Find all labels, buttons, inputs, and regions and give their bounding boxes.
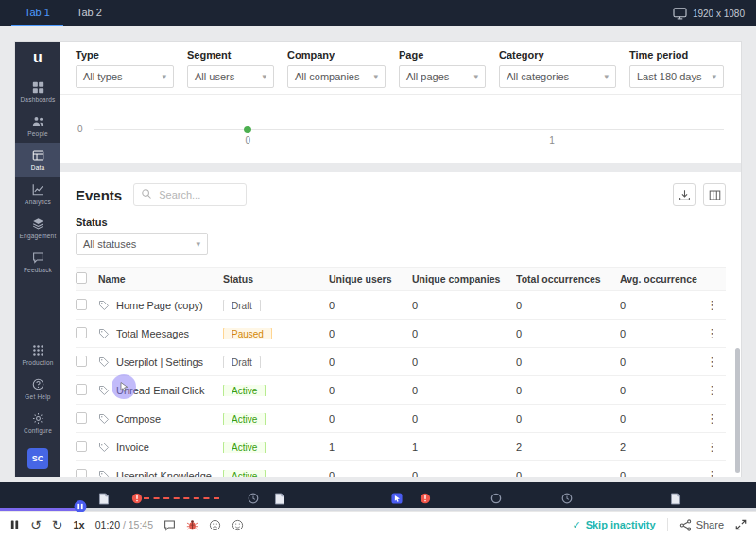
playback-timeline[interactable] xyxy=(0,482,756,511)
filter-select[interactable]: All pages ▾ xyxy=(399,65,486,88)
filter-select-value: All companies xyxy=(295,71,359,82)
total-occurrences-value: 2 xyxy=(516,442,620,453)
playback-speed-button[interactable]: 1x xyxy=(73,519,84,530)
chevron-down-icon: ▾ xyxy=(604,72,609,81)
select-all-checkbox[interactable] xyxy=(76,272,87,284)
filter-select[interactable]: All categories ▾ xyxy=(499,65,616,88)
occurrence-slider[interactable]: 0 1 xyxy=(94,129,724,130)
status-select-value: All statuses xyxy=(83,238,136,250)
unique-companies-value: 0 xyxy=(412,356,516,368)
avg-occurrence-value: 0 xyxy=(620,356,701,368)
event-row[interactable]: Userpilot Knowledge ... Active 0 0 0 0 ⋮ xyxy=(76,461,726,477)
row-checkbox[interactable] xyxy=(76,299,87,310)
sidebar-nav-item[interactable]: Get Help xyxy=(15,372,60,406)
sidebar-nav-item[interactable]: Data xyxy=(15,143,60,177)
timeline-marker-page[interactable] xyxy=(671,493,681,505)
timeline-marker-page[interactable] xyxy=(275,493,285,505)
event-name: Invoice xyxy=(116,442,149,453)
player-tab[interactable]: Tab 2 xyxy=(63,0,115,26)
comment-button[interactable] xyxy=(163,519,176,531)
timeline-marker-error[interactable] xyxy=(420,493,431,504)
sidebar-item-label: People xyxy=(27,130,47,137)
timeline-marker-clock[interactable] xyxy=(561,493,573,504)
row-checkbox[interactable] xyxy=(76,412,87,424)
filter-select-value: All pages xyxy=(406,71,449,82)
timeline-marker-action[interactable] xyxy=(391,493,403,504)
forward-button[interactable]: ↻ xyxy=(52,518,63,531)
search-input[interactable] xyxy=(157,188,232,201)
pause-button[interactable] xyxy=(9,519,20,530)
status-select[interactable]: All statuses ▾ xyxy=(76,233,208,255)
unique-companies-value: 1 xyxy=(412,442,516,453)
timeline-track[interactable] xyxy=(0,508,756,511)
sidebar-nav-item[interactable]: People xyxy=(15,109,60,143)
chevron-down-icon: ▾ xyxy=(196,239,200,249)
filter-select[interactable]: All users ▾ xyxy=(187,65,274,88)
sidebar-item-icon xyxy=(32,149,44,162)
event-row[interactable]: Total Meesages Paused 0 0 0 0 ⋮ xyxy=(76,320,726,348)
timeline-marker-page[interactable] xyxy=(99,493,110,505)
event-row[interactable]: Home Page (copy) Draft 0 0 0 0 ⋮ xyxy=(76,291,726,320)
monitor-icon xyxy=(673,8,687,20)
row-menu-button[interactable]: ⋮ xyxy=(698,468,726,477)
row-menu-button[interactable]: ⋮ xyxy=(698,440,726,454)
sidebar-nav-item[interactable]: Dashboards xyxy=(15,75,60,109)
rewind-button[interactable]: ↺ xyxy=(30,518,42,531)
total-occurrences-value: 0 xyxy=(516,356,620,368)
row-checkbox[interactable] xyxy=(76,327,87,338)
event-row[interactable]: Unread Email Click Active 0 0 0 0 ⋮ xyxy=(76,376,726,405)
fullscreen-button[interactable] xyxy=(735,519,747,530)
row-menu-button[interactable]: ⋮ xyxy=(698,355,726,369)
filter-select[interactable]: Last 180 days ▾ xyxy=(629,65,724,88)
sidebar-nav-item[interactable]: Feedback xyxy=(15,245,60,279)
avg-occurrence-value: 0 xyxy=(620,470,701,477)
filter-group: Type All types ▾ xyxy=(76,49,174,88)
smile-reaction-button[interactable] xyxy=(232,519,244,531)
app-scrollbar[interactable] xyxy=(735,348,740,473)
sidebar-nav-item[interactable]: Analytics xyxy=(15,177,60,211)
col-header-total-occurrences: Total occurrences xyxy=(516,273,620,285)
sidebar-nav-item[interactable]: Configure xyxy=(15,406,60,440)
timeline-marker-circle[interactable] xyxy=(490,493,502,504)
event-tag-icon xyxy=(98,385,110,396)
event-row[interactable]: Compose Active 0 0 0 0 ⋮ xyxy=(76,405,726,433)
filter-select[interactable]: All companies ▾ xyxy=(287,65,386,88)
sidebar-nav-item[interactable]: Production xyxy=(15,338,60,372)
row-menu-button[interactable]: ⋮ xyxy=(698,383,726,397)
columns-button[interactable] xyxy=(703,183,726,206)
search-box[interactable] xyxy=(133,183,247,206)
event-row[interactable]: Userpilot | Settings Draft 0 0 0 0 ⋮ xyxy=(76,348,726,376)
row-menu-button[interactable]: ⋮ xyxy=(698,298,726,312)
status-badge: Active xyxy=(223,413,266,425)
status-filter-label: Status xyxy=(76,217,726,228)
timeline-marker-clock[interactable] xyxy=(248,493,259,504)
table-header-row: Name Status Unique users Unique companie… xyxy=(76,267,726,291)
status-badge: Active xyxy=(223,442,266,453)
row-menu-button[interactable]: ⋮ xyxy=(698,411,726,425)
row-checkbox[interactable] xyxy=(76,441,87,452)
player-tab-bar: Tab 1 Tab 2 1920 x 1080 xyxy=(0,0,756,26)
event-row[interactable]: Invoice Active 1 1 2 2 ⋮ xyxy=(76,433,726,461)
playhead[interactable] xyxy=(74,500,86,512)
unique-users-value: 0 xyxy=(329,470,412,477)
share-button[interactable]: Share xyxy=(679,519,724,531)
sidebar-nav-item[interactable]: Engagement xyxy=(15,211,60,245)
total-occurrences-value: 0 xyxy=(516,328,620,339)
filter-select[interactable]: All types ▾ xyxy=(76,65,174,88)
skip-inactivity-toggle[interactable]: ✓ Skip inactivity xyxy=(572,519,655,530)
row-checkbox[interactable] xyxy=(76,384,87,395)
share-icon xyxy=(679,519,692,531)
sidebar-item-label: Feedback xyxy=(24,267,52,273)
row-menu-button[interactable]: ⋮ xyxy=(698,326,726,340)
export-button[interactable] xyxy=(673,183,696,206)
slider-handle[interactable] xyxy=(244,126,251,133)
frown-reaction-button[interactable] xyxy=(209,519,221,531)
row-checkbox[interactable] xyxy=(76,356,87,367)
player-tab[interactable]: Tab 1 xyxy=(11,0,63,26)
timeline-marker-error[interactable] xyxy=(131,493,143,504)
search-icon xyxy=(141,186,152,203)
unique-users-value: 0 xyxy=(329,413,412,425)
user-avatar[interactable]: SC xyxy=(27,448,48,469)
bug-report-button[interactable] xyxy=(186,519,198,531)
row-checkbox[interactable] xyxy=(76,469,87,477)
